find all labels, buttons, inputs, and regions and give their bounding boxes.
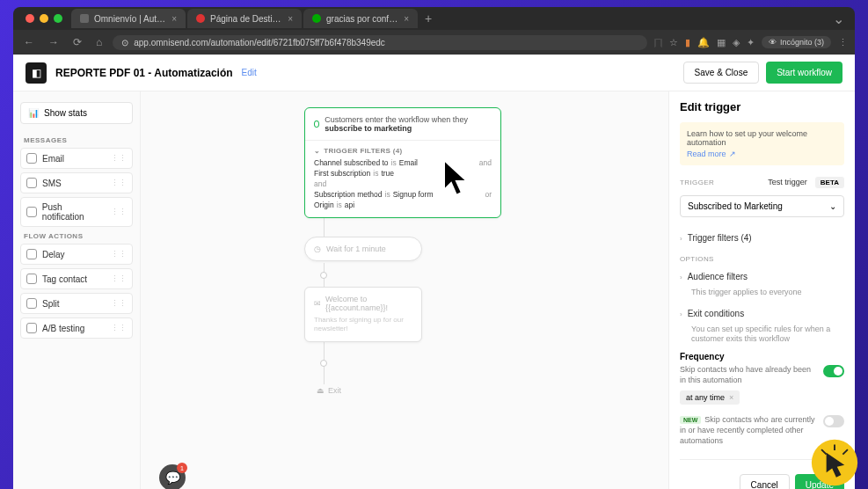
drag-handle-icon[interactable]: ⋮⋮ bbox=[111, 208, 127, 216]
drag-handle-icon[interactable]: ⋮⋮ bbox=[111, 250, 127, 259]
email-icon: ✉ bbox=[314, 299, 321, 308]
tab-title: gracias por confirmar – Tu N bbox=[326, 14, 398, 24]
trigger-filters-accordion[interactable]: › Trigger filters (4) bbox=[680, 228, 844, 248]
sidebar-item-label: SMS bbox=[42, 179, 62, 188]
close-window-icon[interactable] bbox=[26, 14, 34, 23]
app-logo-icon[interactable]: ◧ bbox=[26, 62, 47, 84]
sms-icon bbox=[26, 178, 37, 188]
sidebar-item-label: Push notification bbox=[42, 202, 106, 222]
favicon-icon bbox=[196, 14, 205, 23]
chat-support-button[interactable]: 💬 1 bbox=[159, 464, 186, 489]
accordion-subtitle: This trigger applies to everyone bbox=[691, 288, 844, 298]
save-close-button[interactable]: Save & Close bbox=[683, 62, 760, 84]
chip-remove-icon[interactable]: × bbox=[729, 393, 733, 402]
browser-tab[interactable]: Omnienvío | Automatización × bbox=[71, 9, 186, 28]
exit-icon: ⏏ bbox=[317, 386, 325, 395]
test-trigger-link[interactable]: Test trigger bbox=[763, 176, 812, 188]
close-tab-icon[interactable]: × bbox=[171, 14, 177, 24]
extension-icon[interactable]: ◈ bbox=[733, 37, 740, 48]
frequency-option-1-text: Skip contacts who have already been in t… bbox=[680, 365, 816, 385]
trigger-filters-section: ⌄TRIGGER FILTERS (4) Channel subscribed … bbox=[305, 140, 500, 217]
show-stats-button[interactable]: 📊 Show stats bbox=[20, 102, 133, 124]
exit-node[interactable]: ⏏ Exit bbox=[317, 386, 341, 395]
trigger-section-label: TRIGGER bbox=[680, 179, 714, 186]
bookmark-icon[interactable]: ☆ bbox=[669, 37, 678, 48]
url-text: app.omnisend.com/automation/edit/6721fb0… bbox=[134, 38, 385, 47]
update-button[interactable]: Update bbox=[795, 474, 844, 490]
drag-handle-icon[interactable]: ⋮⋮ bbox=[111, 154, 127, 163]
trigger-select[interactable]: Subscribed to Marketing ⌄ bbox=[680, 195, 844, 217]
sidebar-item-push[interactable]: Push notification⋮⋮ bbox=[20, 197, 133, 227]
extension-icon[interactable]: ▮ bbox=[685, 37, 690, 48]
url-input[interactable]: ⊙ app.omnisend.com/automation/edit/6721f… bbox=[113, 35, 647, 50]
accordion-label: Audience filters bbox=[688, 272, 748, 281]
start-workflow-button[interactable]: Start workflow bbox=[766, 62, 842, 84]
frequency-chip[interactable]: at any time × bbox=[680, 390, 740, 405]
sidebar-item-tag[interactable]: Tag contact⋮⋮ bbox=[20, 268, 133, 289]
tag-icon bbox=[26, 274, 37, 284]
drag-handle-icon[interactable]: ⋮⋮ bbox=[111, 274, 127, 283]
drag-handle-icon[interactable]: ⋮⋮ bbox=[111, 179, 127, 187]
browser-tab[interactable]: Página de Destino - Campañ × bbox=[187, 9, 302, 28]
sidebar-item-label: Tag contact bbox=[42, 274, 87, 284]
menu-icon[interactable]: ⋮ bbox=[838, 37, 848, 48]
abtest-icon bbox=[26, 323, 37, 333]
browser-tab[interactable]: gracias por confirmar – Tu N × bbox=[303, 9, 418, 28]
drag-handle-icon[interactable]: ⋮⋮ bbox=[111, 324, 127, 332]
panel-title: Edit trigger bbox=[680, 100, 844, 113]
app-topbar: ◧ REPORTE PDF 01 - Automatización Edit S… bbox=[13, 55, 855, 91]
sidebar-item-abtest[interactable]: A/B testing⋮⋮ bbox=[20, 317, 133, 339]
reload-button[interactable]: ⟳ bbox=[69, 34, 85, 50]
sidebar-item-label: Split bbox=[42, 299, 59, 309]
minimize-window-icon[interactable] bbox=[40, 14, 48, 23]
trigger-node[interactable]: Customers enter the workflow when they s… bbox=[304, 107, 501, 218]
filter-row: Originisapi bbox=[314, 201, 492, 209]
extension-icon[interactable]: ▦ bbox=[717, 37, 726, 48]
sidebar-item-sms[interactable]: SMS⋮⋮ bbox=[20, 172, 133, 193]
delay-icon bbox=[26, 249, 37, 259]
incognito-label: Incógnito (3) bbox=[780, 38, 824, 47]
frequency-toggle-1[interactable] bbox=[823, 365, 844, 377]
back-button[interactable]: ← bbox=[20, 34, 38, 50]
forward-button[interactable]: → bbox=[45, 34, 62, 50]
home-button[interactable]: ⌂ bbox=[92, 34, 106, 50]
frequency-toggle-2[interactable] bbox=[823, 415, 844, 427]
page-title: REPORTE PDF 01 - Automatización bbox=[55, 67, 233, 79]
info-text: Learn how to set up your welcome automat… bbox=[687, 129, 837, 147]
sidebar-item-label: A/B testing bbox=[42, 324, 84, 333]
add-step-button[interactable] bbox=[320, 360, 327, 367]
cancel-button[interactable]: Cancel bbox=[740, 474, 790, 490]
split-icon bbox=[26, 298, 37, 309]
accordion-label: Trigger filters (4) bbox=[688, 233, 752, 243]
trigger-header: Customers enter the workflow when they s… bbox=[305, 108, 500, 140]
drag-handle-icon[interactable]: ⋮⋮ bbox=[111, 299, 127, 308]
extensions-puzzle-icon[interactable]: ✦ bbox=[747, 37, 755, 48]
wait-node[interactable]: ◷ Wait for 1 minute bbox=[304, 237, 422, 261]
read-more-link[interactable]: Read more↗ bbox=[687, 150, 736, 158]
filters-title[interactable]: ⌄TRIGGER FILTERS (4) bbox=[314, 147, 492, 155]
audience-filters-accordion[interactable]: › Audience filters bbox=[680, 266, 844, 287]
close-tab-icon[interactable]: × bbox=[288, 14, 293, 24]
add-step-button[interactable] bbox=[320, 272, 327, 279]
sidebar-item-email[interactable]: Email⋮⋮ bbox=[20, 148, 133, 169]
favicon-icon bbox=[80, 14, 89, 23]
favicon-icon bbox=[312, 14, 321, 23]
chat-icon: 💬 bbox=[165, 471, 180, 485]
close-tab-icon[interactable]: × bbox=[404, 14, 409, 24]
email-icon bbox=[26, 153, 37, 164]
new-badge: NEW bbox=[680, 416, 701, 424]
trigger-icon bbox=[314, 120, 319, 128]
edit-title-link[interactable]: Edit bbox=[242, 68, 257, 77]
new-tab-button[interactable]: + bbox=[419, 11, 437, 26]
workflow-canvas[interactable]: Customers enter the workflow when they s… bbox=[141, 91, 668, 489]
translate-icon[interactable]: 🀆 bbox=[654, 37, 662, 48]
sidebar-item-delay[interactable]: Delay⋮⋮ bbox=[20, 244, 133, 265]
tabs-dropdown-icon[interactable]: ⌄ bbox=[833, 11, 850, 27]
exit-conditions-accordion[interactable]: › Exit conditions bbox=[680, 303, 844, 324]
sidebar-item-split[interactable]: Split⋮⋮ bbox=[20, 293, 133, 314]
notification-icon[interactable]: 🔔 bbox=[697, 37, 710, 48]
email-node[interactable]: ✉Welcome to {{account.name}}! Thanks for… bbox=[304, 287, 422, 342]
wait-label: Wait for 1 minute bbox=[326, 244, 386, 253]
maximize-window-icon[interactable] bbox=[54, 14, 62, 23]
site-info-icon[interactable]: ⊙ bbox=[121, 38, 128, 47]
